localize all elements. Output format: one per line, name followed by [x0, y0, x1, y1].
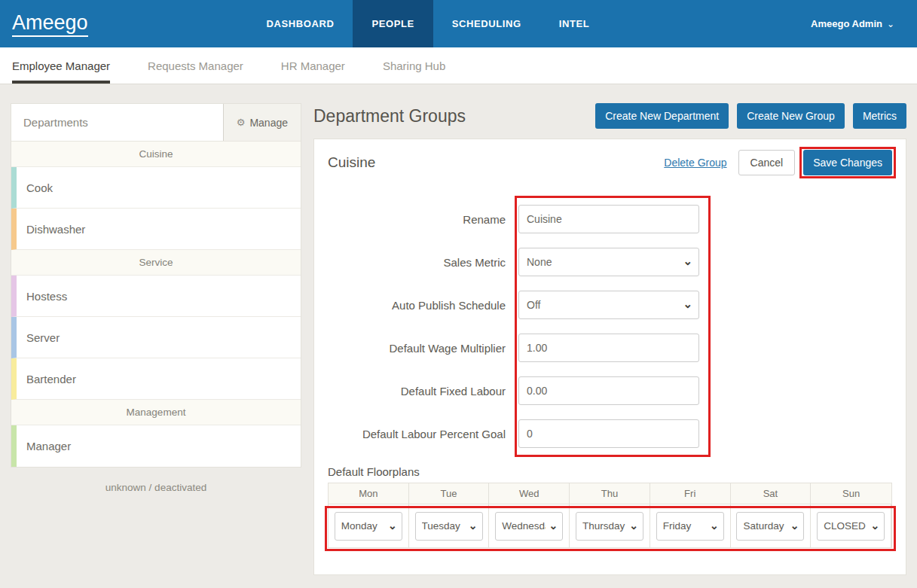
floorplan-mon-select[interactable]: Monday [335, 512, 402, 541]
form-row-labour-percent: Default Labour Percent Goal [328, 419, 720, 448]
card-actions: Delete Group Cancel Save Changes [664, 150, 892, 175]
fixed-labour-label: Default Fixed Labour [328, 385, 506, 398]
column-header-thu: Thu [570, 483, 650, 504]
department-item-label: Manager [26, 440, 71, 452]
floorplan-cell-mon: Monday ⌄ [329, 504, 409, 547]
module-tabs: Employee Manager Requests Manager HR Man… [0, 47, 917, 84]
floorplans-table: Mon Tue Wed Thu Fri Sat Sun Monday ⌄ [328, 483, 892, 548]
column-header-sat: Sat [731, 483, 812, 504]
default-labour-percent-goal-input[interactable] [518, 419, 699, 448]
floorplan-wed-select[interactable]: Wednesday [495, 512, 563, 541]
column-header-sun: Sun [811, 483, 891, 504]
department-item-dishwasher[interactable]: Dishwasher [11, 209, 301, 250]
floorplans-body-row: Monday ⌄ Tuesday ⌄ [329, 504, 891, 547]
floorplan-cell-tue: Tuesday ⌄ [409, 504, 490, 547]
departments-header: Departments ⚙ Manage [11, 104, 301, 142]
departments-panel: Departments ⚙ Manage Cuisine Cook Dishwa… [11, 103, 301, 468]
card-header: Cuisine Delete Group Cancel Save Changes [328, 150, 892, 175]
auto-publish-label: Auto Publish Schedule [328, 299, 506, 312]
form-row-wage-multiplier: Default Wage Multiplier [328, 334, 720, 362]
rename-label: Rename [328, 213, 506, 226]
manage-button[interactable]: ⚙ Manage [223, 104, 301, 141]
default-fixed-labour-input[interactable] [518, 376, 699, 405]
ameego-logo[interactable]: Ameego [12, 11, 88, 37]
floorplans-header-row: Mon Tue Wed Thu Fri Sat Sun [329, 483, 891, 504]
rename-input[interactable] [518, 205, 699, 233]
departments-sidebar: Departments ⚙ Manage Cuisine Cook Dishwa… [11, 103, 301, 493]
create-new-department-button[interactable]: Create New Department [595, 103, 729, 129]
metrics-button[interactable]: Metrics [853, 103, 906, 129]
department-item-label: Server [26, 331, 60, 344]
gear-icon: ⚙ [237, 117, 246, 128]
create-new-group-button[interactable]: Create New Group [737, 103, 845, 129]
column-header-tue: Tue [409, 483, 490, 504]
floorplan-fri-select[interactable]: Friday [656, 512, 724, 541]
nav-dashboard[interactable]: DASHBOARD [248, 0, 353, 47]
tab-sharing-hub[interactable]: Sharing Hub [383, 47, 445, 84]
tab-employee-manager[interactable]: Employee Manager [12, 47, 110, 84]
floorplan-cell-fri: Friday ⌄ [650, 504, 731, 547]
top-navigation: Ameego DASHBOARD PEOPLE SCHEDULING INTEL… [0, 0, 917, 47]
default-wage-multiplier-input[interactable] [518, 334, 699, 362]
department-item-server[interactable]: Server [11, 317, 301, 358]
form-row-auto-publish: Auto Publish Schedule Off ⌄ [328, 291, 720, 319]
floorplan-cell-sat: Saturday ⌄ [731, 504, 812, 547]
form-row-rename: Rename [328, 205, 720, 233]
tab-hr-manager[interactable]: HR Manager [281, 47, 345, 84]
group-header-management: Management [11, 400, 301, 425]
department-item-bartender[interactable]: Bartender [11, 358, 301, 400]
department-item-cook[interactable]: Cook [11, 167, 301, 209]
floorplan-cell-thu: Thursday ⌄ [570, 504, 650, 547]
group-header-service: Service [11, 250, 301, 276]
group-name-title: Cuisine [328, 154, 375, 171]
department-item-label: Hostess [26, 290, 67, 303]
floorplan-sun-select[interactable]: CLOSED [817, 512, 885, 541]
nav-scheduling[interactable]: SCHEDULING [433, 0, 540, 47]
department-item-label: Dishwasher [26, 223, 85, 236]
page-title: Department Groups [313, 106, 466, 126]
main-nav: DASHBOARD PEOPLE SCHEDULING INTEL [248, 0, 609, 47]
floorplan-cell-wed: Wednesday ⌄ [489, 504, 570, 547]
sidebar-footer-note: unknown / deactivated [11, 482, 301, 493]
sales-metric-select[interactable]: None [518, 248, 699, 276]
delete-group-link[interactable]: Delete Group [664, 157, 726, 169]
main-header: Department Groups Create New Department … [313, 103, 906, 129]
main-panel: Department Groups Create New Department … [313, 103, 906, 575]
annotation-rect-form-fields [515, 196, 711, 457]
column-header-fri: Fri [650, 483, 731, 504]
department-item-label: Cook [26, 181, 53, 194]
cancel-button[interactable]: Cancel [738, 150, 796, 175]
user-menu[interactable]: Ameego Admin ⌄ [811, 18, 894, 29]
floorplan-tue-select[interactable]: Tuesday [415, 512, 483, 541]
group-edit-card: Cuisine Delete Group Cancel Save Changes… [313, 139, 906, 575]
department-item-hostess[interactable]: Hostess [11, 276, 301, 317]
group-header-cuisine: Cuisine [11, 142, 301, 167]
tab-requests-manager[interactable]: Requests Manager [148, 47, 243, 84]
nav-intel[interactable]: INTEL [540, 0, 609, 47]
nav-people[interactable]: PEOPLE [353, 0, 433, 47]
default-floorplans-title: Default Floorplans [328, 465, 892, 478]
content-area: Departments ⚙ Manage Cuisine Cook Dishwa… [0, 84, 917, 588]
sales-metric-label: Sales Metric [328, 256, 506, 269]
floorplan-sat-select[interactable]: Saturday [736, 512, 804, 541]
save-changes-button[interactable]: Save Changes [803, 150, 892, 175]
caret-down-icon: ⌄ [887, 19, 894, 29]
floorplan-cell-sun: CLOSED ⌄ [811, 504, 891, 547]
department-item-manager[interactable]: Manager [11, 425, 301, 467]
user-name: Ameego Admin [811, 18, 882, 29]
wage-multiplier-label: Default Wage Multiplier [328, 342, 506, 355]
form-row-sales-metric: Sales Metric None ⌄ [328, 248, 720, 276]
labour-percent-goal-label: Default Labour Percent Goal [328, 428, 506, 440]
departments-title: Departments [11, 116, 88, 129]
floorplan-thu-select[interactable]: Thursday [576, 512, 643, 541]
column-header-mon: Mon [329, 483, 409, 504]
column-header-wed: Wed [489, 483, 570, 504]
manage-button-label: Manage [249, 117, 288, 129]
form-row-fixed-labour: Default Fixed Labour [328, 376, 720, 405]
auto-publish-schedule-select[interactable]: Off [518, 291, 699, 319]
group-settings-form: Rename Sales Metric None ⌄ Auto Publish … [328, 205, 720, 448]
header-actions: Create New Department Create New Group M… [595, 103, 906, 129]
department-item-label: Bartender [26, 373, 76, 385]
